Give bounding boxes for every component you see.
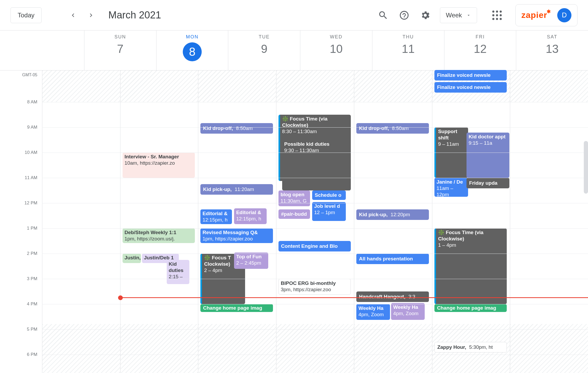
col-wed[interactable]: ❇️ Focus Time (via Clockwise) 8:30 – 11:… — [276, 70, 354, 373]
hour-label: 10 AM — [25, 150, 37, 155]
event-debsteph[interactable]: Deb/Steph Weekly 1:1 1pm, https://zoom.u… — [123, 228, 195, 243]
day-abbr: MON — [186, 34, 199, 40]
hour-label: 4 PM — [27, 301, 37, 307]
event-topfun[interactable]: Top of Fun 2 – 2:45pm — [234, 253, 268, 269]
hour-label: 12 PM — [24, 200, 37, 206]
event-bipoc[interactable]: BIPOC ERG bi-monthly 3pm, https://zapier… — [278, 279, 351, 295]
event-justin1[interactable]: Justin, — [123, 254, 141, 263]
day-abbr: SAT — [547, 34, 557, 40]
account-box[interactable]: zapier✱ D — [515, 4, 577, 26]
event-blogopen[interactable]: blog open 11:30am, G — [278, 190, 310, 206]
col-mon[interactable]: Interview - Sr. Manager 10am, https://za… — [120, 70, 198, 373]
day-header[interactable]: THU11 — [372, 31, 444, 70]
event-kiddrop-thu[interactable]: Kid drop-off, 8:50am — [356, 123, 429, 134]
event-allhands[interactable]: All hands presentation — [356, 254, 429, 264]
prev-button[interactable] — [68, 10, 78, 21]
day-abbr: SUN — [114, 34, 126, 40]
event-editorial2[interactable]: Editorial & 12:15pm, h — [234, 208, 267, 224]
hour-label: 1 PM — [27, 226, 37, 231]
day-number: 10 — [330, 42, 343, 56]
event-revised[interactable]: Revised Messaging Q& 1pm, https://zapier… — [200, 228, 273, 243]
event-focus-fri[interactable]: ❇️ Focus Time (via Clockwise) 1 – 4pm — [434, 228, 507, 304]
day-number: 7 — [117, 42, 123, 56]
calendar-grid: GMT-05 8 AM9 AM10 AM11 AM12 PM1 PM2 PM3 … — [0, 70, 588, 373]
event-changehome-fri[interactable]: Change home page imag — [434, 304, 507, 312]
day-number: 9 — [261, 42, 267, 56]
event-interview[interactable]: Interview - Sr. Manager 10am, https://za… — [123, 153, 195, 178]
day-abbr: WED — [330, 34, 343, 40]
col-sat[interactable] — [510, 70, 588, 373]
event-fridayupd[interactable]: Friday upda — [467, 178, 510, 188]
col-tue[interactable]: Kid drop-off, 8:50am Kid pick-up, 11:20a… — [198, 70, 276, 373]
zapier-logo: zapier✱ — [521, 10, 551, 20]
event-joblevel[interactable]: Job level d 12 – 1pm — [312, 202, 346, 221]
event-final1[interactable]: Finalize voiced newsle — [434, 70, 507, 80]
event-weekly2[interactable]: Weekly Ha 4pm, Zoom — [391, 303, 425, 320]
day-number: 13 — [546, 42, 559, 56]
apps-icon[interactable] — [492, 11, 502, 20]
day-columns: Interview - Sr. Manager 10am, https://za… — [42, 70, 588, 373]
timezone-label: GMT-05 — [22, 73, 37, 77]
event-janine[interactable]: Janine / De 11am – 12pm — [434, 178, 468, 197]
event-editorial1[interactable]: Editorial & 12:15pm, h — [200, 209, 232, 224]
event-zappy[interactable]: Zappy Hour, 5:30pm, ht — [434, 342, 507, 352]
event-final2[interactable]: Finalize voiced newsle — [434, 82, 507, 93]
event-handcraft[interactable]: Handcraft Hangout, 3:3 — [356, 291, 429, 302]
hour-label: 9 AM — [27, 125, 37, 130]
day-number: 8 — [183, 42, 202, 61]
event-changehome-tue[interactable]: Change home page imag — [200, 304, 273, 312]
help-icon[interactable] — [399, 10, 409, 21]
event-possible[interactable]: Possible kid duties 9:30 – 11:30am — [282, 140, 351, 190]
day-abbr: FRI — [475, 34, 485, 40]
day-header[interactable]: SAT13 — [516, 31, 588, 70]
day-abbr: THU — [403, 34, 414, 40]
view-select[interactable]: Week — [440, 7, 477, 23]
next-button[interactable] — [86, 10, 96, 21]
toolbar-icons — [378, 10, 430, 21]
chevron-right-icon — [87, 12, 95, 19]
top-bar: Today March 2021 Week zapier✱ D — [0, 0, 588, 31]
page-title: March 2021 — [108, 9, 161, 21]
view-label: Week — [446, 12, 462, 19]
hour-label: 11 AM — [25, 175, 37, 180]
day-header[interactable]: MON8 — [156, 31, 228, 70]
col-fri[interactable]: Finalize voiced newsle Finalize voiced n… — [432, 70, 510, 373]
avatar[interactable]: D — [557, 8, 571, 22]
hour-label: 8 AM — [27, 99, 37, 105]
event-pair[interactable]: #pair-budd — [278, 209, 310, 219]
event-content[interactable]: Content Engine and Blo — [278, 241, 351, 251]
scrollbar[interactable] — [584, 141, 588, 194]
event-schedule[interactable]: Schedule o — [312, 190, 346, 200]
event-kidpick-tue[interactable]: Kid pick-up, 11:20am — [200, 184, 273, 195]
event-kidpick-thu[interactable]: Kid pick-up, 12:20pm — [356, 209, 429, 220]
hour-label: 3 PM — [27, 276, 37, 281]
event-kiddrop-tue[interactable]: Kid drop-off, 8:50am — [200, 123, 273, 134]
day-header[interactable]: WED10 — [300, 31, 372, 70]
hour-label: 2 PM — [27, 251, 37, 256]
today-button[interactable]: Today — [11, 7, 42, 23]
hour-label: 6 PM — [27, 352, 37, 357]
day-abbr: TUE — [259, 34, 270, 40]
col-thu[interactable]: Kid drop-off, 8:50am Kid pick-up, 12:20p… — [354, 70, 432, 373]
time-gutter: GMT-05 8 AM9 AM10 AM11 AM12 PM1 PM2 PM3 … — [0, 70, 42, 373]
search-icon[interactable] — [378, 10, 388, 21]
day-header[interactable]: SUN7 — [84, 31, 156, 70]
day-header[interactable]: TUE9 — [228, 31, 300, 70]
event-support[interactable]: Support shift 9 – 11am — [434, 127, 468, 178]
event-kiddoc[interactable]: Kid doctor appt 9:15 – 11a — [467, 133, 510, 178]
dropdown-icon — [466, 13, 471, 18]
event-weekly1[interactable]: Weekly Ha 4pm, Zoom — [356, 304, 390, 320]
nav-arrows — [68, 10, 96, 21]
event-kidduties[interactable]: Kid duties 2:15 – — [167, 260, 189, 284]
day-number: 11 — [402, 42, 415, 56]
hour-label: 5 PM — [27, 327, 37, 332]
day-header[interactable]: FRI12 — [444, 31, 516, 70]
settings-icon[interactable] — [420, 10, 430, 21]
now-line-extension — [120, 297, 588, 298]
day-header-row: SUN7MON8TUE9WED10THU11FRI12SAT13 — [0, 31, 588, 70]
chevron-left-icon — [69, 12, 77, 19]
col-sun[interactable] — [42, 70, 120, 373]
day-number: 12 — [474, 42, 486, 56]
